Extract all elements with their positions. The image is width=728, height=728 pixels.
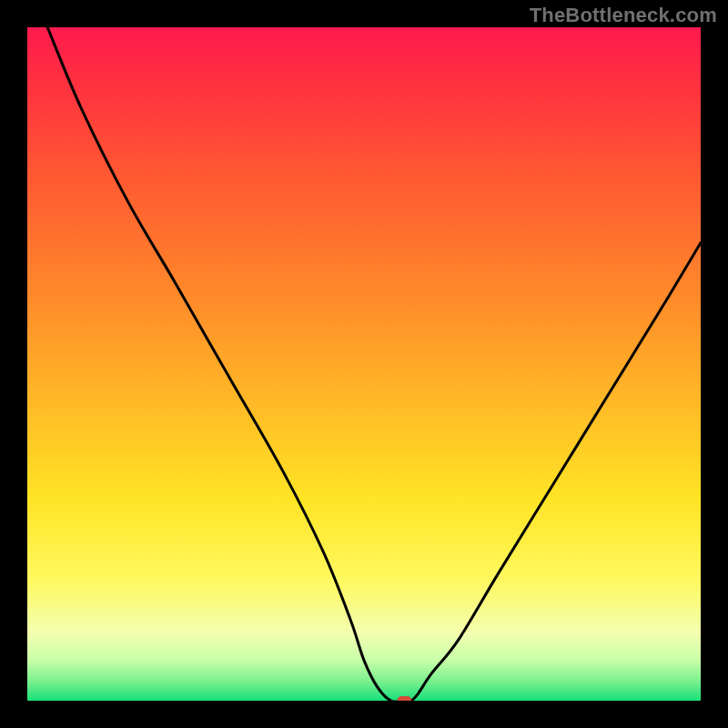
optimal-marker bbox=[397, 696, 411, 701]
chart-frame: TheBottleneck.com bbox=[0, 0, 728, 728]
watermark-label: TheBottleneck.com bbox=[530, 4, 717, 27]
plot-area bbox=[27, 27, 701, 701]
bottleneck-curve-path bbox=[47, 27, 701, 701]
bottleneck-curve-svg bbox=[27, 27, 701, 701]
